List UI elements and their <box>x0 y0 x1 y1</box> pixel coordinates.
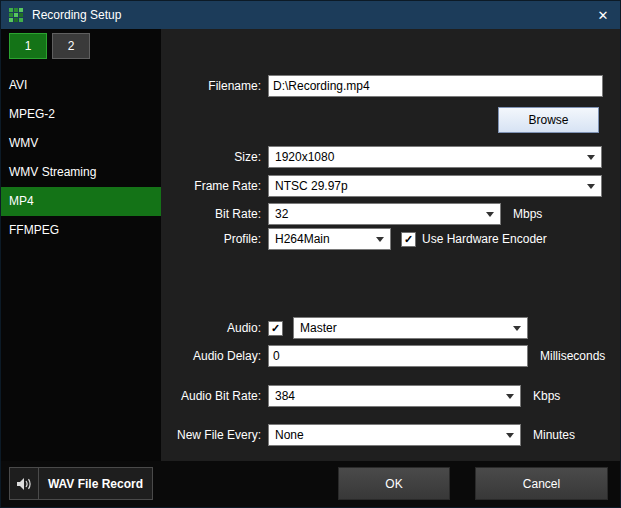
frame-rate-value: NTSC 29.97p <box>275 179 348 193</box>
ok-button[interactable]: OK <box>338 467 450 500</box>
footer-bar: WAV File Record OK Cancel <box>1 461 620 507</box>
size-select[interactable]: 1920x1080 <box>268 146 602 168</box>
frame-rate-select[interactable]: NTSC 29.97p <box>268 175 602 197</box>
browse-button[interactable]: Browse <box>498 107 599 133</box>
filename-row: Filename: <box>161 75 603 97</box>
tab-strip: 1 2 <box>1 29 161 59</box>
tab-1[interactable]: 1 <box>9 33 47 59</box>
sidebar-item-mp4[interactable]: MP4 <box>1 187 161 216</box>
new-file-label: New File Every: <box>161 428 261 442</box>
cancel-button[interactable]: Cancel <box>475 467 608 500</box>
tab-2[interactable]: 2 <box>52 33 90 59</box>
audio-bit-rate-unit: Kbps <box>533 389 560 403</box>
size-row: Size: 1920x1080 <box>161 146 602 168</box>
speaker-icon <box>10 468 39 499</box>
wav-file-record-label: WAV File Record <box>39 468 152 499</box>
audio-source-value: Master <box>300 321 337 335</box>
bit-rate-unit: Mbps <box>513 207 542 221</box>
filename-input[interactable] <box>268 75 603 97</box>
size-value: 1920x1080 <box>275 150 334 164</box>
bit-rate-select[interactable]: 32 <box>268 203 501 225</box>
audio-bit-rate-label: Audio Bit Rate: <box>161 389 261 403</box>
bit-rate-value: 32 <box>275 207 288 221</box>
audio-bit-rate-value: 384 <box>275 389 295 403</box>
audio-bit-rate-select[interactable]: 384 <box>268 385 521 407</box>
audio-delay-input[interactable] <box>268 345 528 367</box>
audio-delay-label: Audio Delay: <box>161 349 261 363</box>
size-label: Size: <box>161 150 261 164</box>
sidebar-item-mpeg2[interactable]: MPEG-2 <box>1 100 161 129</box>
hardware-encoder-label: Use Hardware Encoder <box>422 232 547 246</box>
audio-bit-rate-row: Audio Bit Rate: 384 Kbps <box>161 385 560 407</box>
chevron-down-icon <box>506 433 514 438</box>
recording-setup-dialog: Recording Setup ✕ 1 2 AVI MPEG-2 WMV WMV… <box>0 0 621 508</box>
sidebar-item-ffmpeg[interactable]: FFMPEG <box>1 216 161 245</box>
new-file-unit: Minutes <box>533 428 575 442</box>
chevron-down-icon <box>587 184 595 189</box>
profile-row: Profile: H264Main ✓ Use Hardware Encoder <box>161 228 547 250</box>
profile-value: H264Main <box>275 232 330 246</box>
filename-label: Filename: <box>161 79 261 93</box>
settings-panel: Filename: Browse Size: 1920x1080 Frame R… <box>161 29 620 461</box>
audio-delay-unit: Milliseconds <box>540 349 605 363</box>
wav-file-record-button[interactable]: WAV File Record <box>9 467 153 500</box>
chevron-down-icon <box>376 237 384 242</box>
close-icon[interactable]: ✕ <box>586 1 620 29</box>
audio-enabled-checkbox[interactable]: ✓ <box>268 321 283 336</box>
profile-label: Profile: <box>161 232 261 246</box>
audio-delay-row: Audio Delay: Milliseconds <box>161 345 605 367</box>
audio-label: Audio: <box>161 321 261 335</box>
app-icon <box>9 8 24 23</box>
hardware-encoder-checkbox[interactable]: ✓ <box>401 232 416 247</box>
audio-row: Audio: ✓ Master <box>161 317 528 339</box>
titlebar: Recording Setup ✕ <box>1 1 620 29</box>
bit-rate-label: Bit Rate: <box>161 207 261 221</box>
new-file-row: New File Every: None Minutes <box>161 424 575 446</box>
new-file-value: None <box>275 428 304 442</box>
audio-source-select[interactable]: Master <box>293 317 528 339</box>
sidebar: 1 2 AVI MPEG-2 WMV WMV Streaming MP4 FFM… <box>1 29 161 461</box>
chevron-down-icon <box>513 326 521 331</box>
profile-select[interactable]: H264Main <box>268 228 391 250</box>
bit-rate-row: Bit Rate: 32 Mbps <box>161 203 542 225</box>
chevron-down-icon <box>506 394 514 399</box>
sidebar-item-wmv-streaming[interactable]: WMV Streaming <box>1 158 161 187</box>
chevron-down-icon <box>486 212 494 217</box>
frame-rate-label: Frame Rate: <box>161 179 261 193</box>
frame-rate-row: Frame Rate: NTSC 29.97p <box>161 175 602 197</box>
sidebar-item-avi[interactable]: AVI <box>1 71 161 100</box>
sidebar-item-wmv[interactable]: WMV <box>1 129 161 158</box>
chevron-down-icon <box>587 155 595 160</box>
format-list: AVI MPEG-2 WMV WMV Streaming MP4 FFMPEG <box>1 71 161 245</box>
new-file-select[interactable]: None <box>268 424 521 446</box>
window-title: Recording Setup <box>32 8 586 22</box>
